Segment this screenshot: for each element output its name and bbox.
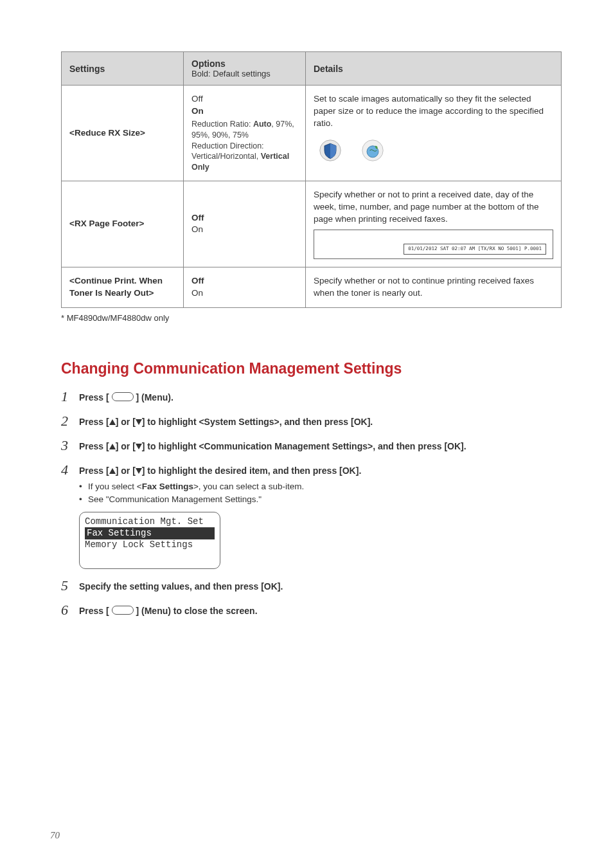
option-on: On	[191, 224, 298, 236]
options-cell: Off On Reduction Ratio: Auto, 97%, 95%, …	[184, 86, 306, 181]
row-continue-print: <Continue Print. When Toner Is Nearly Ou…	[62, 267, 562, 307]
col-details: Details	[306, 52, 562, 86]
step-text-post: ] (Menu) to close the screen.	[134, 606, 258, 616]
details-text: Specify whether or not to print a receiv…	[314, 189, 553, 226]
table-header-row: Settings Options Bold: Default settings …	[62, 52, 562, 86]
col-options-label: Options	[191, 59, 226, 69]
options-cell: Off On	[184, 181, 306, 267]
step-number: 2	[61, 413, 79, 429]
t: ] to highlight <Communication Management…	[142, 441, 466, 451]
bullet-see-ref: See "Communication Management Settings."	[79, 493, 361, 506]
step-number: 6	[61, 602, 79, 618]
page-content: Settings Options Bold: Default settings …	[0, 0, 613, 619]
setting-name: <RX Page Footer>	[62, 181, 184, 267]
footer-sample-text: 01/01/2012 SAT 02:07 AM [TX/RX NO 5001] …	[404, 244, 546, 255]
section-heading: Changing Communication Management Settin…	[61, 360, 562, 377]
opt-sub2a: Reduction Direction: Vertical/Horizontal…	[191, 141, 264, 161]
option-off: Off	[191, 275, 298, 287]
t: ] or [	[116, 417, 136, 427]
step-4: 4 Press [] or [] to highlight the desire…	[61, 462, 562, 569]
step-text-pre: Press [	[79, 392, 112, 402]
setting-name: <Reduce RX Size>	[62, 86, 184, 181]
details-text: Set to scale images automatically so the…	[314, 93, 553, 130]
details-cell: Specify whether or not to print a receiv…	[306, 181, 562, 267]
b1a: If you select <	[88, 482, 142, 491]
step-text: Specify the setting values, and then pre…	[79, 581, 283, 592]
up-arrow-icon	[109, 419, 116, 425]
opt-sub1a: Reduction Ratio:	[191, 120, 253, 129]
shield-icon	[319, 139, 342, 162]
up-arrow-icon	[109, 444, 116, 449]
t: ] or [	[116, 466, 136, 476]
option-on: On	[191, 105, 298, 118]
opt-sub1b: Auto	[253, 120, 271, 129]
row-rx-page-footer: <RX Page Footer> Off On Specify whether …	[62, 181, 562, 267]
b1c: >, you can select a sub-item.	[193, 482, 304, 491]
settings-table: Settings Options Bold: Default settings …	[61, 51, 562, 308]
menu-button-icon	[112, 392, 134, 401]
step-6: 6 Press [ ] (Menu) to close the screen.	[61, 602, 562, 618]
option-on: On	[191, 287, 298, 300]
step-number: 4	[61, 462, 79, 478]
down-arrow-icon	[136, 468, 142, 474]
t: ] to highlight <System Settings>, and th…	[142, 417, 373, 427]
col-options: Options Bold: Default settings	[184, 52, 306, 86]
icon-row	[319, 139, 553, 162]
menu-button-icon	[112, 606, 134, 615]
lcd-line-3: Memory Lock Settings	[85, 539, 215, 551]
t: ] or [	[116, 441, 136, 451]
col-options-sub: Bold: Default settings	[191, 69, 298, 78]
option-off: Off	[191, 93, 298, 105]
step-number: 5	[61, 578, 79, 593]
up-arrow-icon	[109, 468, 116, 474]
t: ] to highlight the desired item, and the…	[142, 466, 361, 476]
step-5: 5 Specify the setting values, and then p…	[61, 578, 562, 593]
t: Press [	[79, 466, 109, 476]
lcd-screen: Communication Mgt. Set Fax Settings Memo…	[79, 512, 220, 570]
option-off: Off	[191, 212, 298, 224]
row-reduce-rx-size: <Reduce RX Size> Off On Reduction Ratio:…	[62, 86, 562, 181]
step-2: 2 Press [] or [] to highlight <System Se…	[61, 413, 562, 429]
globe-eco-icon	[361, 139, 384, 162]
page-number: 70	[50, 830, 60, 841]
footer-sample-box: 01/01/2012 SAT 02:07 AM [TX/RX NO 5001] …	[314, 230, 553, 259]
step-1: 1 Press [ ] (Menu).	[61, 389, 562, 404]
b1b: Fax Settings	[142, 482, 193, 491]
col-settings: Settings	[62, 52, 184, 86]
step-text-pre: Press [	[79, 606, 112, 616]
lcd-line-1: Communication Mgt. Set	[85, 516, 215, 529]
step-text-post: ] (Menu).	[134, 392, 173, 402]
details-cell: Set to scale images automatically so the…	[306, 86, 562, 181]
footnote: * MF4890dw/MF4880dw only	[61, 313, 562, 323]
setting-name: <Continue Print. When Toner Is Nearly Ou…	[62, 267, 184, 307]
steps-list: 1 Press [ ] (Menu). 2 Press [] or [] to …	[61, 389, 562, 619]
step-number: 3	[61, 438, 79, 453]
options-cell: Off On	[184, 267, 306, 307]
bullet-fax-settings: If you select <Fax Settings>, you can se…	[79, 480, 361, 493]
step-number: 1	[61, 389, 79, 404]
t: Press [	[79, 417, 109, 427]
lcd-line-2-selected: Fax Settings	[85, 528, 215, 539]
step-3: 3 Press [] or [] to highlight <Communica…	[61, 438, 562, 453]
details-cell: Specify whether or not to continue print…	[306, 267, 562, 307]
down-arrow-icon	[136, 444, 142, 449]
down-arrow-icon	[136, 419, 142, 425]
t: Press [	[79, 441, 109, 451]
